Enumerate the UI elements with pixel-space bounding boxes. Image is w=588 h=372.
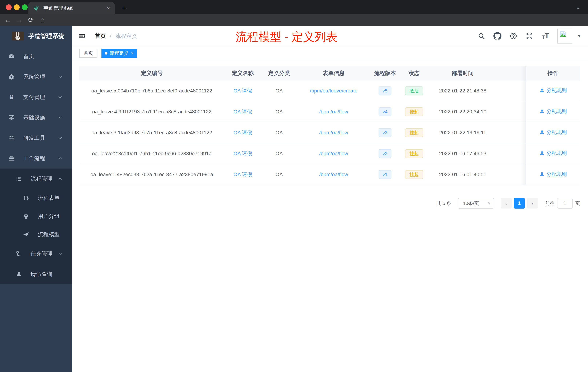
- sidebar-item-process-model[interactable]: 流程模型: [0, 225, 72, 243]
- tag-home[interactable]: 首页: [79, 49, 97, 58]
- sidebar-item-payment[interactable]: ¥ 支付管理: [0, 87, 72, 107]
- cell-form-link[interactable]: /bpm/oa/leave/create: [310, 88, 357, 94]
- breadcrumb-home[interactable]: 首页: [95, 33, 106, 40]
- sidebar-item-label: 流程模型: [38, 231, 60, 238]
- sidebar: 芋道管理系统 首页 系统管理 ¥ 支付管理 基础设施 研发工具: [0, 26, 72, 372]
- cell-id: oa_leave:1:482ec033-762a-11ec-8477-a2380…: [79, 172, 225, 177]
- form-icon: [22, 195, 30, 201]
- hamburger-icon[interactable]: [78, 32, 86, 40]
- sidebar-item-user-group[interactable]: 用户分组: [0, 207, 72, 225]
- cell-form-link[interactable]: /bpm/oa/flow: [319, 109, 348, 114]
- next-page-button[interactable]: ›: [527, 198, 538, 208]
- prev-page-button[interactable]: ‹: [501, 198, 512, 208]
- user-icon: [539, 171, 545, 177]
- assign-rule-button[interactable]: 分配规则: [539, 150, 567, 157]
- assign-rule-button[interactable]: 分配规则: [539, 129, 567, 136]
- close-window-button[interactable]: [6, 4, 12, 10]
- sidebar-item-infra[interactable]: 基础设施: [0, 107, 72, 128]
- reload-icon[interactable]: ⟳: [26, 14, 36, 26]
- person-icon: [15, 271, 22, 278]
- version-badge: v4: [378, 107, 391, 116]
- chevron-up-icon: [58, 176, 63, 181]
- goto-page-input[interactable]: 1: [557, 198, 573, 208]
- new-tab-button[interactable]: +: [118, 2, 129, 13]
- user-icon: [539, 109, 545, 114]
- cell-id: oa_leave:2:3c1f0ef1-76b1-11ec-9c66-a2380…: [79, 151, 225, 156]
- page-size-select[interactable]: 10条/页 ∨: [458, 198, 494, 208]
- sidebar-item-leave-query[interactable]: 请假查询: [0, 264, 72, 284]
- cell-form-link[interactable]: /bpm/oa/flow: [319, 151, 348, 156]
- forward-icon[interactable]: →: [14, 14, 24, 26]
- briefcase-icon: [8, 155, 15, 162]
- status-badge: 激活: [405, 87, 423, 95]
- fullscreen-icon[interactable]: [525, 32, 534, 40]
- caret-down-icon[interactable]: ▼: [577, 33, 581, 39]
- sidebar-item-label: 流程管理: [31, 175, 52, 183]
- table-row: oa_leave:5:004b710b-7b8a-11ec-8ef0-acde4…: [79, 80, 580, 101]
- sidebar-item-label: 工作流程: [23, 155, 45, 162]
- page-size-value: 10条/页: [463, 200, 479, 207]
- font-size-icon[interactable]: TT: [541, 32, 549, 40]
- chevron-down-icon: [58, 136, 63, 140]
- tag-close-icon[interactable]: ×: [131, 51, 134, 56]
- search-icon[interactable]: [477, 32, 485, 40]
- chevron-down-icon: [58, 95, 63, 99]
- cell-form-link[interactable]: /bpm/oa/flow: [319, 172, 348, 177]
- assign-rule-label: 分配规则: [546, 87, 567, 94]
- sidebar-logo[interactable]: 芋道管理系统: [0, 26, 72, 46]
- yen-icon: ¥: [8, 94, 15, 101]
- sidebar-item-process-mgmt[interactable]: 流程管理: [0, 169, 72, 189]
- status-badge: 挂起: [405, 128, 423, 137]
- navbar-actions: TT ▼: [477, 26, 581, 46]
- zoom-window-button[interactable]: [22, 4, 28, 10]
- sidebar-item-home[interactable]: 首页: [0, 46, 72, 67]
- version-badge: v5: [378, 87, 391, 95]
- version-badge: v3: [378, 128, 391, 137]
- cell-name-link[interactable]: OA 请假: [233, 151, 252, 156]
- sidebar-item-workflow[interactable]: 工作流程: [0, 148, 72, 169]
- col-header-name: 定义名称: [225, 69, 261, 77]
- sidebar-item-process-form[interactable]: 流程表单: [0, 189, 72, 207]
- cell-category: OA: [261, 130, 297, 136]
- list-icon: [15, 175, 22, 182]
- cell-form-link[interactable]: /bpm/oa/flow: [319, 130, 348, 135]
- tab-close-icon[interactable]: ×: [107, 5, 110, 11]
- goto-label: 前往: [545, 200, 555, 207]
- github-icon[interactable]: [494, 32, 502, 40]
- browser-tab-strip: 芋道管理系统 × + ⌄: [0, 0, 588, 14]
- sidebar-item-devtools[interactable]: 研发工具: [0, 128, 72, 148]
- minimize-window-button[interactable]: [14, 4, 20, 10]
- cell-name-link[interactable]: OA 请假: [233, 172, 252, 177]
- tag-process-definition[interactable]: 流程定义 ×: [101, 49, 137, 58]
- help-icon[interactable]: [509, 32, 517, 40]
- monitor-icon: [8, 114, 15, 121]
- sidebar-item-label: 基础设施: [23, 114, 45, 121]
- cell-name-link[interactable]: OA 请假: [233, 109, 252, 114]
- assign-rule-button[interactable]: 分配规则: [539, 171, 567, 178]
- page-unit-label: 页: [575, 200, 580, 207]
- cell-name-link[interactable]: OA 请假: [233, 88, 252, 94]
- table-row: oa_leave:2:3c1f0ef1-76b1-11ec-9c66-a2380…: [79, 143, 580, 164]
- browser-tab[interactable]: 芋道管理系统 ×: [28, 2, 115, 14]
- cell-deploy-time: 2022-01-22 20:34:10: [428, 109, 497, 115]
- sidebar-item-label: 首页: [23, 53, 34, 60]
- page-number-button[interactable]: 1: [514, 198, 525, 208]
- workflow-submenu: 流程管理 流程表单 用户分组 流程模型 任务管理: [0, 169, 72, 284]
- assign-rule-button[interactable]: 分配规则: [539, 108, 567, 115]
- home-icon[interactable]: ⌂: [37, 14, 48, 26]
- tab-title: 芋道管理系统: [43, 5, 107, 11]
- assign-rule-label: 分配规则: [546, 150, 567, 157]
- avatar[interactable]: [557, 29, 572, 44]
- sidebar-item-task-mgmt[interactable]: 任务管理: [0, 243, 72, 264]
- back-icon[interactable]: ←: [2, 14, 13, 26]
- col-header-form: 表单信息: [297, 69, 370, 77]
- grass-favicon-icon: [33, 5, 40, 12]
- tab-search-chevron-icon[interactable]: ⌄: [576, 3, 581, 11]
- sidebar-item-label: 请假查询: [31, 271, 52, 278]
- sidebar-item-label: 支付管理: [23, 94, 45, 101]
- assign-rule-button[interactable]: 分配规则: [539, 87, 567, 94]
- cell-name-link[interactable]: OA 请假: [233, 130, 252, 135]
- sidebar-item-system[interactable]: 系统管理: [0, 67, 72, 87]
- dashboard-icon: [8, 53, 15, 60]
- fixed-column-shadow: [521, 66, 526, 186]
